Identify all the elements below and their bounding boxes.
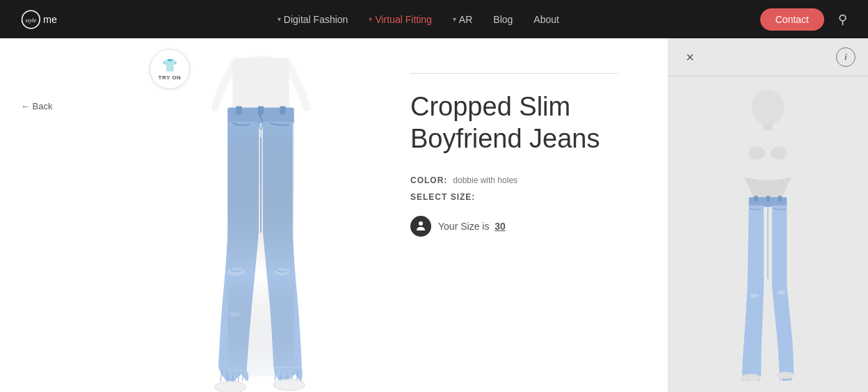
svg-rect-5 <box>232 58 289 111</box>
chevron-down-icon: ▾ <box>278 15 281 23</box>
product-image-area: 👕 TRY ON <box>139 38 383 392</box>
color-row: COLOR: dobbie with holes <box>410 175 647 185</box>
main-content: ← Back 👕 TRY ON <box>0 38 868 392</box>
svg-rect-35 <box>754 196 757 201</box>
product-details: Cropped Slim Boyfriend Jeans COLOR: dobb… <box>383 38 668 392</box>
svg-text:me: me <box>43 13 57 24</box>
size-recommendation: Your Size is 30 <box>410 216 647 237</box>
back-link[interactable]: ← Back <box>21 101 53 111</box>
svg-rect-8 <box>280 106 285 114</box>
navbar: style me ▾ Digital Fashion ▾ Virtual Fit… <box>0 0 868 38</box>
svg-point-28 <box>419 221 423 226</box>
avatar-mannequin <box>705 88 830 381</box>
nav-about[interactable]: About <box>533 14 559 25</box>
hanger-icon: 👕 <box>162 58 177 73</box>
svg-rect-9 <box>258 106 264 114</box>
nav-blog[interactable]: Blog <box>493 14 513 25</box>
right-panel: × i <box>668 38 868 392</box>
close-button[interactable]: × <box>680 47 700 67</box>
person-icon <box>410 216 431 237</box>
nav-ar[interactable]: ▾ AR <box>453 14 472 25</box>
nav-virtual-fitting[interactable]: ▾ Virtual Fitting <box>369 14 431 25</box>
info-button[interactable]: i <box>836 47 855 67</box>
nav-links: ▾ Digital Fashion ▾ Virtual Fitting ▾ AR… <box>77 14 760 25</box>
svg-rect-37 <box>766 196 770 201</box>
svg-point-49 <box>741 374 760 381</box>
size-text: Your Size is 30 <box>438 221 506 232</box>
size-label: SELECT SIZE: <box>410 192 647 202</box>
logo[interactable]: style me <box>21 7 77 32</box>
svg-rect-36 <box>778 196 782 201</box>
svg-point-30 <box>752 89 785 125</box>
svg-point-39 <box>750 293 760 297</box>
nav-digital-fashion[interactable]: ▾ Digital Fashion <box>278 14 348 25</box>
contact-button[interactable]: Contact <box>760 8 824 31</box>
left-panel: ← Back 👕 TRY ON <box>0 38 668 392</box>
svg-point-40 <box>778 290 786 295</box>
svg-rect-26 <box>227 122 294 377</box>
product-title: Cropped Slim Boyfriend Jeans <box>410 91 633 155</box>
panel-top-bar: × i <box>668 38 868 77</box>
svg-point-24 <box>215 382 246 392</box>
size-value: 30 <box>495 221 506 232</box>
color-label: COLOR: <box>410 175 447 185</box>
color-value: dobbie with holes <box>453 175 517 185</box>
chevron-down-icon: ▾ <box>369 15 372 23</box>
avatar-container <box>668 77 868 392</box>
search-icon[interactable]: ⚲ <box>838 12 847 27</box>
try-on-button[interactable]: 👕 TRY ON <box>150 49 190 89</box>
nav-right: Contact ⚲ <box>760 8 847 31</box>
logo-container: style me <box>21 7 77 32</box>
svg-point-50 <box>776 372 795 379</box>
product-image <box>139 45 383 392</box>
svg-rect-7 <box>236 106 241 114</box>
svg-point-33 <box>771 146 787 160</box>
try-on-label: TRY ON <box>159 75 182 81</box>
product-separator <box>410 73 619 74</box>
svg-text:style: style <box>25 17 36 24</box>
svg-point-32 <box>749 146 765 160</box>
chevron-down-icon: ▾ <box>453 15 456 23</box>
svg-point-25 <box>273 379 305 391</box>
